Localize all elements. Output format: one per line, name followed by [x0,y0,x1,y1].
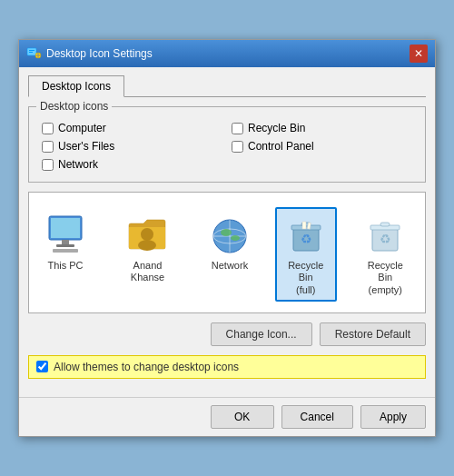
svg-point-18 [231,235,240,241]
close-button[interactable]: ✕ [410,45,428,63]
anand-khanse-label: Anand Khanse [116,260,179,283]
tabs-container: Desktop Icons [28,74,426,97]
icon-recycle-full[interactable]: ♻ Recycle Bin(full) [275,207,337,302]
icon-this-pc[interactable]: This PC [38,207,93,277]
checkbox-network[interactable] [42,159,54,171]
checkboxes-grid: Computer Recycle Bin User's Files Contro… [42,122,412,171]
title-bar: Desktop Icon Settings ✕ [19,40,435,67]
allow-themes-label: Allow themes to change desktop icons [54,361,239,373]
svg-point-11 [141,228,153,241]
checkbox-controlpanel[interactable] [232,141,243,153]
change-icon-button[interactable]: Change Icon... [211,322,312,346]
checkbox-item-computer: Computer [42,122,222,134]
label-computer: Computer [58,122,106,134]
recycle-full-label: Recycle Bin(full) [281,260,331,296]
label-recycle: Recycle Bin [248,122,305,134]
svg-rect-7 [51,218,80,238]
icon-action-buttons: Change Icon... Restore Default [28,322,426,346]
label-userfiles: User's Files [58,140,114,153]
allow-themes-checkbox[interactable] [36,361,48,372]
apply-button[interactable]: Apply [360,405,426,429]
tab-desktop-icons[interactable]: Desktop Icons [28,75,124,97]
svg-rect-9 [56,244,74,247]
section-legend: Desktop icons [36,100,112,113]
checkbox-userfiles[interactable] [42,141,54,153]
desktop-icons-section: Desktop icons Computer Recycle Bin User'… [28,106,426,183]
svg-rect-10 [53,249,78,253]
label-controlpanel: Control Panel [248,140,314,153]
svg-text:♻: ♻ [300,232,311,246]
dialog-footer: OK Cancel Apply [19,397,435,436]
ok-button[interactable]: OK [211,405,274,429]
dialog-desktop-icon-settings: Desktop Icon Settings ✕ Desktop Icons De… [18,39,436,437]
checkbox-item-controlpanel: Control Panel [232,140,412,153]
title-bar-left: Desktop Icon Settings [26,46,153,61]
allow-themes-row: Allow themes to change desktop icons [28,355,426,379]
svg-point-12 [138,240,156,251]
svg-rect-1 [29,50,35,51]
icons-preview-box: This PC Anand Khanse [28,192,426,313]
this-pc-label: This PC [47,260,83,272]
recycle-empty-icon: ♻ [363,213,407,256]
icon-anand-khanse[interactable]: Anand Khanse [111,207,184,289]
svg-rect-8 [62,240,69,244]
dialog-icon [26,46,41,61]
checkbox-item-network: Network [42,158,222,171]
svg-point-17 [221,229,232,236]
label-network: Network [58,158,98,171]
svg-rect-27 [380,223,390,226]
svg-rect-23 [302,222,306,229]
cancel-button[interactable]: Cancel [281,405,353,429]
recycle-empty-label: Recycle Bin(empty) [360,260,411,296]
recycle-full-icon: ♻ [284,213,328,256]
svg-rect-2 [29,52,33,53]
this-pc-icon [44,213,87,256]
title-bar-text: Desktop Icon Settings [46,47,153,60]
anand-khanse-icon [125,213,169,256]
checkbox-item-userfiles: User's Files [42,140,222,153]
network-label: Network [212,260,248,272]
checkbox-computer[interactable] [42,123,54,134]
checkbox-recycle[interactable] [232,123,243,134]
restore-default-button[interactable]: Restore Default [320,322,426,346]
network-icon [208,213,252,256]
checkbox-item-recycle: Recycle Bin [232,122,412,134]
icon-recycle-empty[interactable]: ♻ Recycle Bin(empty) [355,207,417,302]
dialog-body: Desktop Icons Desktop icons Computer Rec… [19,67,435,397]
icon-network[interactable]: Network [202,207,257,277]
svg-text:♻: ♻ [380,232,391,246]
